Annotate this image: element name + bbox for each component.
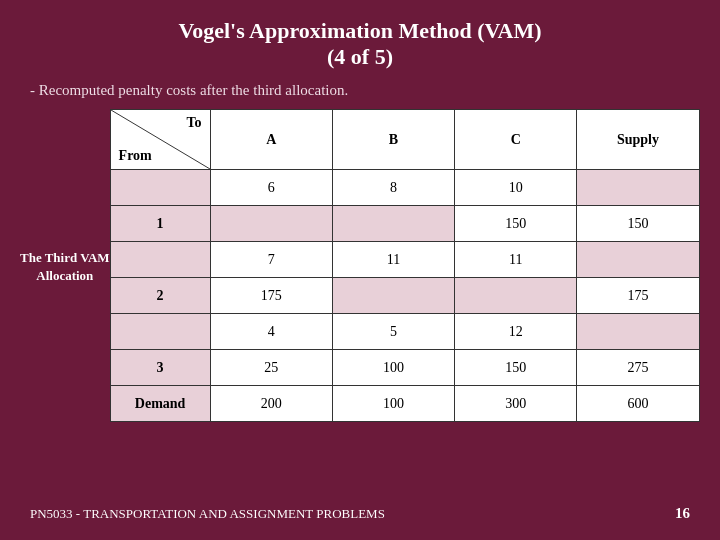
subtitle: - Recomputed penalty costs after the thi…	[30, 82, 348, 99]
cell-1-3: 150	[577, 206, 699, 242]
title-line2: (4 of 5)	[178, 44, 541, 70]
vam-table: To From A B C Supply 6 8 10 1 150 150 7	[110, 109, 700, 422]
cell-3-2	[455, 278, 577, 314]
to-label: To	[187, 115, 202, 131]
left-label: The Third VAM Allocation	[20, 109, 110, 285]
from-label: From	[119, 148, 152, 164]
table-row: 6 8 10	[110, 170, 699, 206]
cell-5-0: 25	[210, 350, 332, 386]
cell-6-0: 200	[210, 386, 332, 422]
cell-6-3: 600	[577, 386, 699, 422]
row-header-2: 2	[110, 278, 210, 314]
footer-page: 16	[675, 505, 690, 522]
title-line1: Vogel's Approximation Method (VAM)	[178, 18, 541, 44]
content-area: The Third VAM Allocation To From A B C S…	[0, 109, 720, 422]
cell-5-3: 275	[577, 350, 699, 386]
col-header-supply: Supply	[577, 110, 699, 170]
cell-4-2: 12	[455, 314, 577, 350]
table-header-row: To From A B C Supply	[110, 110, 699, 170]
cell-4-1: 5	[332, 314, 454, 350]
col-header-b: B	[332, 110, 454, 170]
cell-6-1: 100	[332, 386, 454, 422]
diagonal-cell: To From	[110, 110, 210, 170]
cell-6-2: 300	[455, 386, 577, 422]
cell-2-0: 7	[210, 242, 332, 278]
table-demand-row: Demand 200 100 300 600	[110, 386, 699, 422]
cell-1-2: 150	[455, 206, 577, 242]
cell-4-3	[577, 314, 699, 350]
cell-3-3: 175	[577, 278, 699, 314]
col-header-c: C	[455, 110, 577, 170]
cell-3-0: 175	[210, 278, 332, 314]
footer: PN5033 - TRANSPORTATION AND ASSIGNMENT P…	[0, 495, 720, 532]
table-row: 2 175 175	[110, 278, 699, 314]
left-label-line1: The Third VAM	[20, 249, 110, 267]
cell-3-1	[332, 278, 454, 314]
cell-2-3	[577, 242, 699, 278]
table-row: 3 25 100 150 275	[110, 350, 699, 386]
table-row: 7 11 11	[110, 242, 699, 278]
left-label-line2: Allocation	[36, 267, 93, 285]
cell-1-1	[332, 206, 454, 242]
table-row: 1 150 150	[110, 206, 699, 242]
row-header-empty-0	[110, 170, 210, 206]
row-header-1: 1	[110, 206, 210, 242]
cell-5-1: 100	[332, 350, 454, 386]
cell-0-2: 10	[455, 170, 577, 206]
cell-2-2: 11	[455, 242, 577, 278]
cell-0-0: 6	[210, 170, 332, 206]
cell-1-0	[210, 206, 332, 242]
cell-0-1: 8	[332, 170, 454, 206]
row-header-3: 3	[110, 350, 210, 386]
cell-2-1: 11	[332, 242, 454, 278]
title-area: Vogel's Approximation Method (VAM) (4 of…	[178, 18, 541, 70]
cell-4-0: 4	[210, 314, 332, 350]
col-header-a: A	[210, 110, 332, 170]
row-header-demand: Demand	[110, 386, 210, 422]
footer-text: PN5033 - TRANSPORTATION AND ASSIGNMENT P…	[30, 506, 385, 522]
cell-5-2: 150	[455, 350, 577, 386]
table-row: 4 5 12	[110, 314, 699, 350]
row-header-empty-4	[110, 314, 210, 350]
cell-0-3	[577, 170, 699, 206]
row-header-empty-2	[110, 242, 210, 278]
